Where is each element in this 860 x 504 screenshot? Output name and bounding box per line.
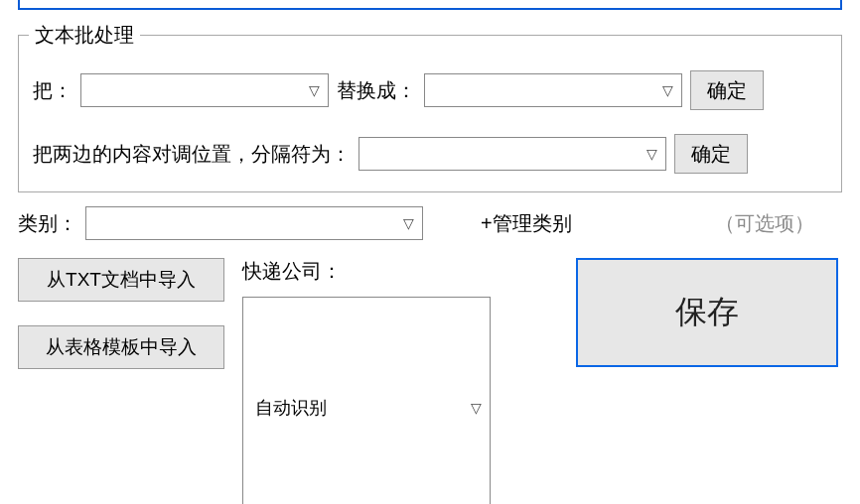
category-row: 类别： ▽ +管理类别 （可选项） [18, 206, 842, 240]
swap-label: 把两边的内容对调位置，分隔符为： [33, 141, 351, 168]
swap-confirm-button[interactable]: 确定 [674, 134, 748, 174]
import-from-template-button[interactable]: 从表格模板中导入 [18, 325, 224, 369]
courier-label: 快递公司： [242, 258, 491, 285]
swap-row: 把两边的内容对调位置，分隔符为： ▽ 确定 [33, 134, 827, 174]
manage-category-link[interactable]: +管理类别 [481, 210, 572, 237]
courier-column: 快递公司： 自动识别 ▽ 连续保存新单号 [242, 258, 491, 504]
swap-delimiter-combo[interactable]: ▽ [358, 137, 666, 171]
lower-area: 从TXT文档中导入 从表格模板中导入 快递公司： 自动识别 ▽ 连续保存新单号 … [18, 258, 842, 504]
replace-from-label: 把： [33, 77, 72, 104]
category-label: 类别： [18, 210, 77, 237]
import-from-txt-button[interactable]: 从TXT文档中导入 [18, 258, 224, 302]
replace-row: 把： ▽ 替换成： ▽ 确定 [33, 70, 827, 110]
chevron-down-icon: ▽ [403, 215, 414, 231]
chevron-down-icon: ▽ [471, 400, 482, 416]
replace-from-combo[interactable]: ▽ [80, 73, 329, 107]
import-buttons-column: 从TXT文档中导入 从表格模板中导入 [18, 258, 224, 504]
chevron-down-icon: ▽ [309, 82, 320, 98]
courier-selected: 自动识别 [251, 396, 471, 420]
top-border-frame [18, 0, 842, 10]
chevron-down-icon: ▽ [646, 146, 657, 162]
replace-to-label: 替换成： [337, 77, 416, 104]
batch-group-title: 文本批处理 [29, 22, 140, 49]
save-button[interactable]: 保存 [576, 258, 838, 367]
replace-confirm-button[interactable]: 确定 [690, 70, 764, 110]
replace-to-combo[interactable]: ▽ [424, 73, 682, 107]
save-column: 保存 [508, 258, 842, 504]
chevron-down-icon: ▽ [662, 82, 673, 98]
optional-label: （可选项） [715, 210, 814, 237]
courier-combo[interactable]: 自动识别 ▽ [242, 297, 491, 504]
category-combo[interactable]: ▽ [85, 206, 423, 240]
text-batch-group: 文本批处理 把： ▽ 替换成： ▽ 确定 把两边的内容对调位置，分隔符为： ▽ … [18, 22, 842, 192]
